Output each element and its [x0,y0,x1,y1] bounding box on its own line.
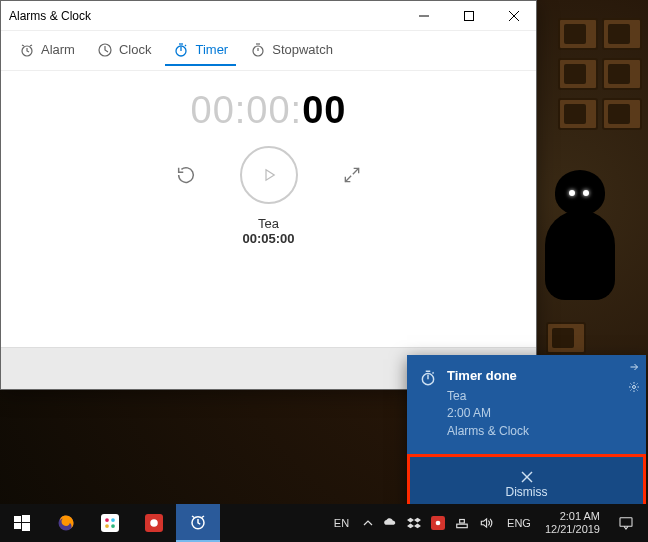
minimize-button[interactable] [401,1,446,31]
firefox-icon [57,514,75,532]
arrow-right-icon[interactable] [628,361,640,373]
taskbar-clock[interactable]: 2:01 AM 12/21/2019 [539,510,606,535]
svg-rect-15 [14,523,21,529]
stopwatch-icon [250,42,266,58]
svg-rect-1 [464,11,473,20]
svg-rect-28 [457,524,468,528]
taskbar-app-slack[interactable] [88,504,132,542]
svg-rect-18 [101,514,119,532]
taskbar-app-red[interactable] [132,504,176,542]
windows-icon [14,515,30,531]
svg-rect-30 [620,518,632,527]
tab-strip: Alarm Clock Timer Stopwatch [1,31,536,71]
svg-rect-16 [22,523,30,531]
tray-app-red-icon[interactable] [431,516,445,530]
timer-label-block: Tea 00:05:00 [242,216,294,246]
toast-line1: Tea [447,388,529,405]
clock-icon [97,42,113,58]
alarms-clock-window: Alarms & Clock Alarm Clock Timer Stopwat… [0,0,537,390]
titlebar[interactable]: Alarms & Clock [1,1,536,31]
notification-icon [618,515,634,531]
svg-point-22 [111,524,115,528]
tab-clock-label: Clock [119,42,152,57]
onedrive-icon[interactable] [383,516,397,530]
expand-button[interactable] [338,161,366,189]
maximize-button[interactable] [446,1,491,31]
svg-point-24 [150,519,158,527]
notification-toast[interactable]: Timer done Tea 2:00 AM Alarms & Clock Di… [407,355,646,516]
timer-icon [419,369,437,387]
tab-stopwatch-label: Stopwatch [272,42,333,57]
network-icon[interactable] [455,516,469,530]
taskbar-app-firefox[interactable] [44,504,88,542]
tab-clock[interactable]: Clock [89,36,160,66]
timer-display-seconds: 00 [302,89,346,131]
svg-point-10 [633,386,636,389]
timer-duration: 00:05:00 [242,231,294,246]
close-button[interactable] [491,1,536,31]
svg-rect-13 [14,516,21,522]
app-red-icon [145,514,163,532]
volume-icon[interactable] [479,516,493,530]
play-button[interactable] [240,146,298,204]
taskbar[interactable]: EN ENG 2:01 AM 12/21/2019 [0,504,648,542]
svg-point-27 [436,521,441,526]
dismiss-label: Dismiss [506,485,548,499]
action-center-button[interactable] [608,504,644,542]
window-title: Alarms & Clock [9,9,401,23]
timer-icon [173,42,189,58]
toast-line2: 2:00 AM [447,405,529,422]
tab-alarm-label: Alarm [41,42,75,57]
close-icon [521,471,533,483]
start-button[interactable] [0,504,44,542]
timer-name: Tea [242,216,294,231]
timer-display: 00:00:00 [191,89,347,132]
tab-timer[interactable]: Timer [165,36,236,66]
alarm-icon [189,513,207,531]
tab-timer-label: Timer [195,42,228,57]
toast-source: Alarms & Clock [447,423,529,440]
svg-marker-8 [266,170,274,181]
tab-stopwatch[interactable]: Stopwatch [242,36,341,66]
chevron-up-icon[interactable] [363,518,373,528]
dropbox-icon[interactable] [407,516,421,530]
svg-point-20 [111,518,115,522]
timer-content: 00:00:00 Tea 00:05:00 [1,71,536,347]
alarm-icon [19,42,35,58]
toast-title: Timer done [447,367,529,386]
taskbar-app-alarms[interactable] [176,504,220,542]
tab-alarm[interactable]: Alarm [11,36,83,66]
taskbar-date: 12/21/2019 [545,523,600,536]
taskbar-lang-right[interactable]: ENG [501,517,537,529]
taskbar-time: 2:01 AM [545,510,600,523]
svg-rect-29 [460,520,465,524]
svg-point-21 [105,524,109,528]
system-tray[interactable] [357,516,499,530]
slack-icon [101,514,119,532]
taskbar-lang-left[interactable]: EN [328,517,355,529]
reset-button[interactable] [172,161,200,189]
svg-rect-14 [22,515,30,522]
timer-display-dim: 00:00: [191,89,303,131]
svg-point-19 [105,518,109,522]
gear-icon[interactable] [628,381,640,393]
